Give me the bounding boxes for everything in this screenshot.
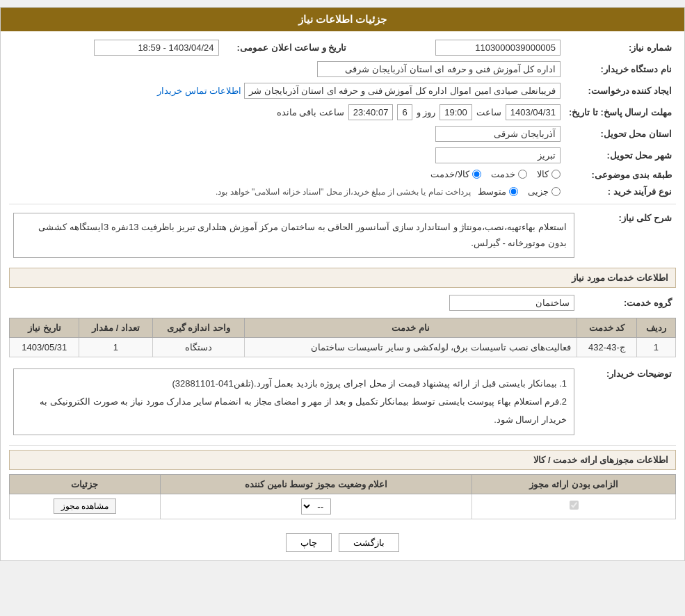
divider-2: [9, 445, 676, 446]
cell-unit: دستگاه: [152, 337, 244, 357]
view-permit-button[interactable]: مشاهده مجوز: [54, 499, 116, 514]
buyer-org-label: نام دستگاه خریدار:: [565, 58, 676, 80]
radio-khedmat-input[interactable]: [518, 170, 527, 179]
permits-required-cell: [472, 494, 676, 519]
process-radio-group: جزیی متوسط: [478, 186, 561, 197]
radio-kala[interactable]: کالا: [537, 169, 561, 179]
description-table: شرح کلی نیاز: استعلام بهاءتهیه،نصب،مونتا…: [9, 207, 676, 264]
cell-name: فعالیت‌های نصب تاسیسات برق، لوله‌کشی و س…: [244, 337, 577, 357]
table-row: 1 ج-43-432 فعالیت‌های نصب تاسیسات برق، ل…: [10, 337, 676, 357]
buyer-note-line-2: 2.فرم استعلام بهاء پیوست بایستی توسط بیم…: [21, 393, 567, 429]
cell-code: ج-43-432: [577, 337, 636, 357]
radio-kala-input[interactable]: [551, 170, 561, 179]
radio-kala-khedmat[interactable]: کالا/خدمت: [430, 169, 481, 179]
permits-col-details: جزئیات: [10, 474, 161, 494]
col-qty: تعداد / مقدار: [79, 318, 152, 337]
service-group-value: ساختمان: [449, 295, 574, 311]
need-number-value: 1103000039000005: [435, 40, 561, 56]
footer-buttons: بازگشت چاپ: [1, 525, 684, 560]
service-group-table: گروه خدمت: ساختمان: [9, 292, 676, 314]
response-date: 1403/04/31: [506, 104, 561, 120]
description-label: شرح کلی نیاز:: [579, 207, 676, 264]
cell-date: 1403/05/31: [10, 337, 79, 357]
cell-row: 1: [636, 337, 675, 357]
category-label: طبقه بندی موضوعی:: [565, 166, 676, 184]
permits-required-checkbox: [570, 501, 579, 510]
response-deadline-row: 1403/04/31 ساعت 19:00 روز و 6 23:40:07 س…: [13, 104, 561, 120]
col-name: نام خدمت: [244, 318, 577, 337]
main-container: جزئیات اطلاعات نیاز شماره نیاز: 11030000…: [0, 7, 685, 561]
permits-table: الزامی بودن ارائه مجوز اعلام وضعیت مجوز …: [9, 474, 676, 519]
buyer-notes-content: 1. بیمانکار بایستی قبل از ارائه پیشنهاد …: [13, 368, 574, 435]
buyer-note-line-1: 1. بیمانکار بایستی قبل از ارائه پیشنهاد …: [21, 375, 567, 393]
permits-col-required: الزامی بودن ارائه مجوز: [472, 474, 676, 494]
radio-khedmat[interactable]: خدمت: [491, 169, 527, 179]
radio-kala-khedmat-input[interactable]: [472, 170, 481, 179]
requester-label: ایجاد کننده درخواست:: [565, 80, 676, 102]
response-day: 6: [397, 104, 412, 120]
radio-mottasat-input[interactable]: [509, 187, 518, 196]
response-day-label: روز و: [417, 107, 436, 117]
permits-detail-cell: مشاهده مجوز: [10, 494, 161, 519]
content-area: شماره نیاز: 1103000039000005 تاریخ و ساع…: [1, 31, 684, 525]
header-info-table: شماره نیاز: 1103000039000005 تاریخ و ساع…: [9, 37, 676, 200]
datetime-value: 1403/04/24 - 18:59: [94, 40, 219, 56]
delivery-province-label: استان محل تحویل:: [565, 123, 676, 145]
col-date: تاریخ نیاز: [10, 318, 79, 337]
process-row: جزیی متوسط پرداخت تمام یا بخشی از مبلغ خ…: [13, 186, 561, 197]
back-button[interactable]: بازگشت: [339, 533, 399, 552]
response-time-label: ساعت: [476, 107, 501, 117]
permits-status-cell: --: [160, 494, 472, 519]
radio-mottasat-label: متوسط: [478, 186, 506, 197]
contact-link[interactable]: اطلاعات تماس خریدار: [157, 86, 241, 96]
radio-jozyi-input[interactable]: [551, 187, 561, 196]
process-label: نوع فرآیند خرید :: [565, 184, 676, 200]
response-remaining-label: ساعت باقی مانده: [277, 107, 344, 117]
permits-row: -- مشاهده مجوز: [10, 494, 676, 519]
datetime-label: تاریخ و ساعت اعلان عمومی:: [223, 37, 351, 58]
delivery-province-value: آذربایجان شرقی: [435, 126, 561, 142]
buyer-org-value: اداره کل آموزش فنی و حرفه ای استان آذربا…: [317, 61, 561, 77]
response-remaining: 23:40:07: [348, 104, 394, 120]
radio-khedmat-label: خدمت: [491, 169, 515, 179]
print-button[interactable]: چاپ: [286, 533, 332, 552]
divider-1: [9, 204, 676, 204]
cell-qty: 1: [79, 337, 152, 357]
radio-kala-label: کالا: [537, 169, 549, 179]
radio-mottasat[interactable]: متوسط: [478, 186, 518, 197]
permits-status-select[interactable]: --: [301, 499, 331, 514]
permits-section-title: اطلاعات مجوزهای ارائه خدمت / کالا: [9, 450, 676, 470]
col-unit: واحد اندازه گیری: [152, 318, 244, 337]
services-section-title: اطلاعات خدمات مورد نیاز: [9, 268, 676, 288]
col-code: کد خدمت: [577, 318, 636, 337]
description-content: استعلام بهاءتهیه،نصب،مونتاژ و استاندارد …: [13, 213, 574, 258]
service-group-label: گروه خدمت:: [579, 292, 676, 314]
buyer-notes-table: توضیحات خریدار: 1. بیمانکار بایستی قبل ا…: [9, 363, 676, 441]
col-row: ردیف: [636, 318, 675, 337]
permits-col-status: اعلام وضعیت مجوز توسط نامین کننده: [160, 474, 472, 494]
services-table: ردیف کد خدمت نام خدمت واحد اندازه گیری ت…: [9, 318, 676, 357]
buyer-notes-label: توضیحات خریدار:: [579, 363, 676, 441]
response-time: 19:00: [440, 104, 472, 120]
page-title: جزئیات اطلاعات نیاز: [1, 8, 684, 31]
need-number-label: شماره نیاز:: [565, 37, 676, 58]
requester-value: فریبانعلی صیادی امین اموال اداره کل آموز…: [244, 83, 561, 99]
radio-kala-khedmat-label: کالا/خدمت: [430, 169, 469, 179]
delivery-city-label: شهر محل تحویل:: [565, 145, 676, 166]
radio-jozyi[interactable]: جزیی: [528, 186, 561, 197]
radio-jozyi-label: جزیی: [528, 186, 549, 197]
process-note: پرداخت تمام یا بخشی از مبلغ خرید،از محل …: [216, 187, 471, 197]
delivery-city-value: تبریز: [435, 147, 561, 163]
response-deadline-label: مهلت ارسال پاسخ: تا تاریخ:: [565, 102, 676, 123]
category-radio-group: کالا خدمت کالا/خدمت: [430, 169, 561, 179]
